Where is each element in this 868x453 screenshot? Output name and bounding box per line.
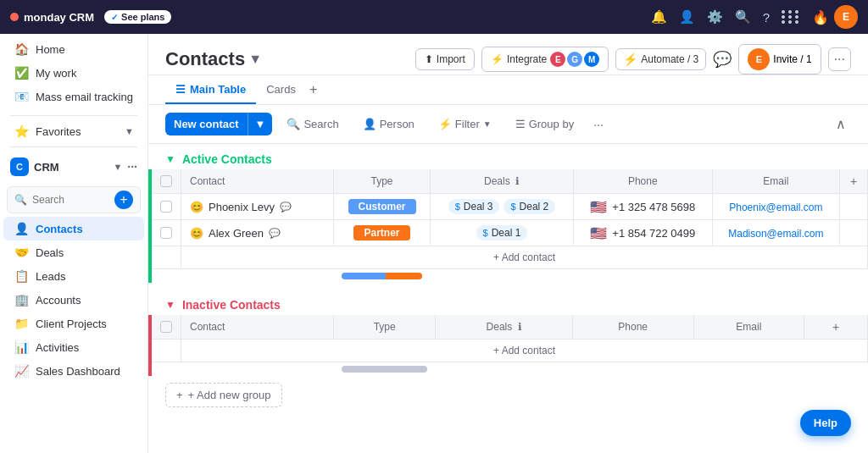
sidebar-item-contacts[interactable]: 👤 Contacts: [3, 217, 144, 240]
add-contact-row-inactive[interactable]: + Add contact: [152, 340, 868, 362]
deal-badge[interactable]: $ Deal 3: [448, 199, 500, 214]
question-icon[interactable]: ?: [763, 10, 770, 25]
invite-button[interactable]: E Invite / 1: [738, 44, 821, 75]
tab-main-table[interactable]: ☰ Main Table: [165, 76, 256, 104]
header-checkbox: [152, 169, 181, 194]
add-contact-label[interactable]: + Add contact: [181, 246, 867, 269]
star-icon: ⭐: [14, 124, 29, 138]
workspace-label: CRM: [34, 161, 59, 174]
person-button[interactable]: 👤 Person: [353, 113, 424, 135]
add-tab-button[interactable]: +: [306, 75, 320, 104]
header-add-col[interactable]: +: [840, 169, 868, 194]
tab-main-table-label: Main Table: [190, 83, 246, 96]
more-icon[interactable]: ···: [127, 160, 137, 174]
header-type: Type: [333, 169, 430, 194]
sidebar-item-my-work[interactable]: ✅ My work: [3, 61, 144, 85]
see-plans-badge[interactable]: ✓ See plans: [104, 10, 171, 24]
check-icon: ✓: [111, 13, 118, 22]
header-add-col-inactive[interactable]: +: [804, 315, 868, 340]
add-contact-label-inactive[interactable]: + Add contact: [181, 340, 867, 362]
group-by-button[interactable]: ☰ Group by: [506, 113, 583, 135]
user-avatar[interactable]: E: [834, 5, 858, 29]
help-button[interactable]: Help: [800, 410, 851, 436]
sidebar-item-label: Contacts: [36, 223, 83, 235]
sidebar-item-deals[interactable]: 🤝 Deals: [3, 240, 144, 264]
search-input[interactable]: [32, 194, 109, 206]
new-contact-dropdown-arrow[interactable]: ▼: [248, 113, 273, 135]
workspace-icon: C: [10, 157, 29, 176]
contact-options-icon[interactable]: 😊: [190, 201, 203, 213]
sidebar-item-label: Deals: [36, 246, 64, 259]
more-options-button[interactable]: ···: [828, 47, 851, 71]
contact-name-cell: 😊 Phoenix Levy 💬: [181, 194, 333, 220]
table-row: 😊 Alex Green 💬 Partner: [152, 220, 868, 246]
bar-customer: [342, 273, 386, 279]
person-icon-tb: 👤: [363, 118, 376, 130]
new-contact-label[interactable]: New contact: [165, 113, 248, 135]
type-cell: Partner: [333, 220, 430, 246]
bell-icon[interactable]: 🔔: [651, 9, 667, 25]
content-area: Contacts ▼ ⬆ Import ⚡ Integrate E G M: [148, 34, 868, 453]
search-icon[interactable]: 🔍: [735, 9, 751, 25]
import-button[interactable]: ⬆ Import: [415, 48, 475, 70]
active-contacts-header[interactable]: ▼ Active Contacts: [148, 144, 868, 169]
inactive-chart-contact: [181, 362, 333, 377]
select-all-inactive-checkbox[interactable]: [160, 321, 172, 333]
sidebar-item-leads[interactable]: 📋 Leads: [3, 264, 144, 288]
new-contact-button[interactable]: New contact ▼: [165, 113, 272, 135]
chat-icon[interactable]: 💬: [713, 50, 732, 69]
search-button[interactable]: 🔍 Search: [277, 113, 348, 135]
inactive-contacts-header[interactable]: ▼ Inactive Contacts: [148, 290, 868, 315]
header-contact-inactive: Contact: [181, 315, 333, 340]
apps-grid-icon[interactable]: [782, 10, 800, 24]
page-title-chevron[interactable]: ▼: [248, 52, 262, 67]
sidebar-search-container[interactable]: 🔍 +: [7, 186, 141, 213]
integrate-button[interactable]: ⚡ Integrate E G M: [481, 47, 609, 72]
add-item-button[interactable]: +: [114, 191, 133, 209]
sidebar-divider: [10, 115, 137, 116]
type-badge: Customer: [348, 199, 416, 214]
sidebar-favorites-label: Favorites: [36, 125, 81, 138]
sidebar-item-home[interactable]: 🏠 Home: [3, 37, 144, 61]
toolbar-more-button[interactable]: ···: [588, 113, 609, 135]
sidebar-item-favorites[interactable]: ⭐ Favorites ▼: [3, 119, 144, 143]
row-checkbox[interactable]: [160, 227, 172, 239]
deals-cell: $ Deal 1: [431, 220, 574, 246]
workspace-header: C CRM ▼ ···: [0, 151, 147, 183]
person-icon[interactable]: 👤: [679, 9, 695, 25]
email-address[interactable]: Madison@email.com: [728, 228, 823, 240]
sidebar-item-mass-email[interactable]: 📧 Mass email tracking: [3, 85, 144, 108]
deal-badge[interactable]: $ Deal 1: [476, 225, 528, 240]
toolbar: New contact ▼ 🔍 Search 👤 Person ⚡ Filter…: [148, 105, 868, 144]
add-column-icon[interactable]: +: [850, 174, 857, 188]
header-actions: ⬆ Import ⚡ Integrate E G M ⚡ Automate / …: [415, 44, 851, 75]
deals-info-icon-inactive[interactable]: ℹ: [518, 321, 522, 333]
filter-button[interactable]: ⚡ Filter ▼: [429, 113, 501, 135]
contact-comment-icon[interactable]: 💬: [280, 202, 292, 213]
toolbar-collapse-button[interactable]: ∧: [831, 112, 851, 136]
sidebar-item-accounts[interactable]: 🏢 Accounts: [3, 288, 144, 312]
automate-button[interactable]: ⚡ Automate / 3: [615, 48, 706, 70]
sidebar-item-sales-dashboard[interactable]: 📈 Sales Dashboard: [3, 359, 144, 383]
add-new-group-button[interactable]: + + Add new group: [165, 383, 282, 407]
deal-badge[interactable]: $ Deal 2: [504, 199, 555, 214]
tab-cards[interactable]: Cards: [256, 76, 306, 104]
add-contact-row[interactable]: + Add contact: [152, 246, 868, 269]
header-phone-inactive: Phone: [572, 315, 693, 340]
select-all-checkbox[interactable]: [160, 175, 172, 187]
chart-bar-cell: [333, 269, 430, 284]
see-plans-label: See plans: [121, 12, 164, 22]
sidebar-item-client-projects[interactable]: 📁 Client Projects: [3, 312, 144, 335]
email-address[interactable]: Phoenix@email.com: [729, 202, 822, 213]
import-icon: ⬆: [425, 53, 433, 65]
row-checkbox[interactable]: [160, 201, 172, 213]
contact-comment-icon[interactable]: 💬: [269, 228, 281, 239]
deals-info-icon[interactable]: ℹ: [515, 175, 520, 187]
gear-icon[interactable]: ⚙️: [707, 9, 723, 25]
chart-email-cell: [712, 269, 839, 284]
app-logo: monday CRM: [10, 11, 94, 24]
add-column-icon-inactive[interactable]: +: [832, 320, 839, 334]
row-checkbox-cell: [152, 194, 181, 220]
contact-options-icon[interactable]: 😊: [190, 227, 203, 240]
sidebar-item-activities[interactable]: 📊 Activities: [3, 335, 144, 359]
